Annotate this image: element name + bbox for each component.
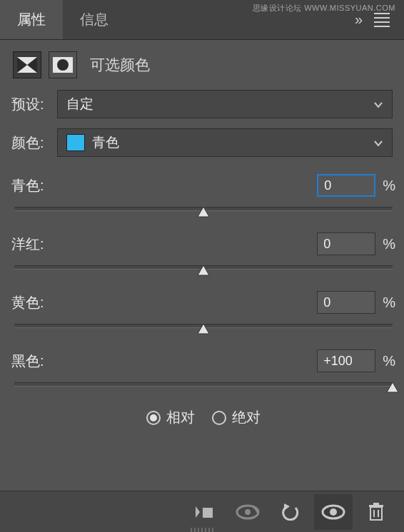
chevron-down-icon [373,135,383,150]
svg-point-12 [245,509,251,515]
view-previous-button[interactable] [228,494,267,530]
cyan-slider[interactable] [14,207,393,211]
cyan-label: 青色: [11,176,44,195]
mask-icon[interactable] [49,51,77,78]
watermark-text: 思缘设计论坛 WWW.MISSYUAN.COM [253,3,395,14]
magenta-unit: % [383,236,395,252]
svg-point-15 [330,508,337,516]
cyan-slider-handle[interactable] [196,205,211,218]
magenta-input[interactable] [317,232,375,255]
preset-value: 自定 [66,95,94,113]
color-label: 颜色: [11,133,49,153]
color-value: 青色 [92,133,119,152]
svg-rect-18 [373,503,379,505]
collapse-icon[interactable]: » [355,11,358,28]
magenta-label: 洋红: [11,235,44,254]
bottom-toolbar [0,491,404,532]
svg-marker-9 [196,506,200,518]
yellow-input[interactable] [317,291,375,314]
tab-info[interactable]: 信息 [63,0,126,39]
radio-icon [212,411,226,425]
adjustment-type-icon[interactable] [13,51,41,78]
radio-icon [146,411,161,425]
method-absolute-radio[interactable]: 绝对 [212,408,261,427]
method-relative-radio[interactable]: 相对 [146,408,195,427]
chevron-down-icon [373,97,383,112]
svg-rect-16 [370,507,382,520]
yellow-unit: % [383,295,395,311]
relative-label: 相对 [166,408,195,427]
panel-title: 可选颜色 [90,55,150,75]
svg-rect-17 [369,505,383,507]
absolute-label: 绝对 [232,408,261,427]
svg-marker-6 [198,265,209,275]
resize-grip-icon [181,528,223,532]
svg-point-4 [57,59,69,71]
yellow-slider-handle[interactable] [196,322,211,335]
svg-marker-13 [284,503,290,511]
reset-button[interactable] [271,494,310,530]
black-slider[interactable] [14,382,393,387]
preset-label: 预设: [11,95,49,114]
svg-marker-7 [198,324,209,334]
svg-marker-8 [387,382,398,392]
tab-properties[interactable]: 属性 [0,0,63,39]
black-label: 黑色: [11,352,44,371]
yellow-slider[interactable] [14,324,393,328]
delete-button[interactable] [357,494,395,530]
black-slider-handle[interactable] [385,381,400,394]
cyan-input[interactable] [317,174,375,197]
svg-marker-5 [198,207,209,217]
clip-to-layer-button[interactable] [186,494,224,530]
visibility-button[interactable] [314,494,353,530]
magenta-slider[interactable] [14,265,393,270]
cyan-unit: % [383,178,395,194]
color-dropdown[interactable]: 青色 [57,128,393,157]
color-swatch [66,134,85,151]
yellow-label: 黄色: [11,293,44,312]
magenta-slider-handle[interactable] [196,264,211,277]
black-input[interactable] [317,349,375,372]
preset-dropdown[interactable]: 自定 [57,90,393,118]
svg-rect-10 [203,508,213,518]
black-unit: % [383,353,395,369]
